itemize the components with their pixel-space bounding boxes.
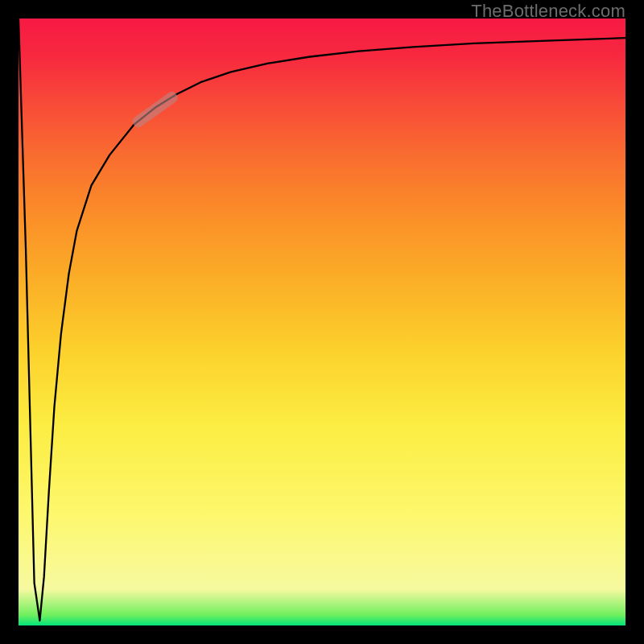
chart-frame: TheBottleneck.com	[0, 0, 644, 644]
plot-area	[19, 19, 625, 625]
bottleneck-curve-svg	[19, 19, 625, 625]
bottleneck-curve	[19, 19, 625, 621]
highlight-marker	[130, 90, 180, 130]
